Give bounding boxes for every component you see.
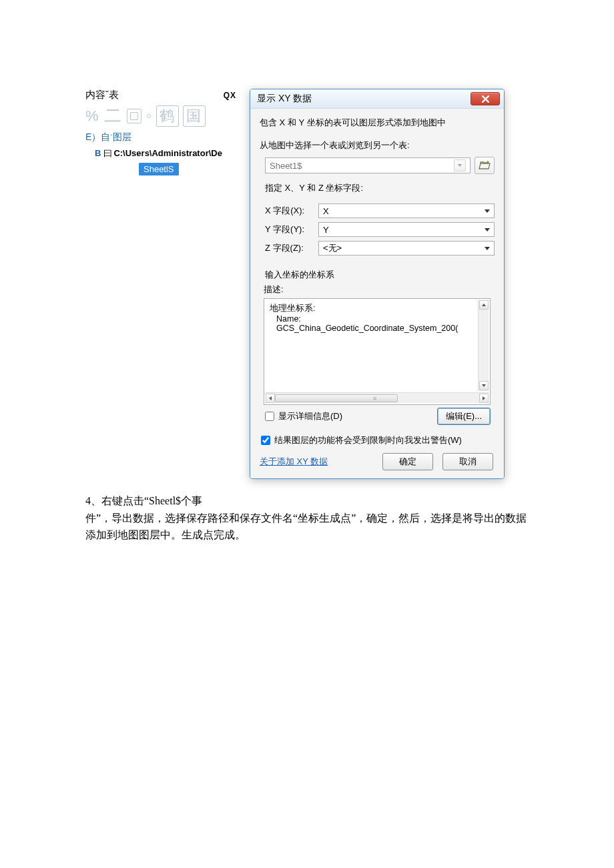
z-field-select[interactable]: <无> bbox=[318, 241, 495, 256]
chevron-down-icon bbox=[454, 159, 466, 171]
scroll-left-icon[interactable] bbox=[266, 394, 275, 403]
square-icon bbox=[127, 109, 141, 123]
dialog-titlebar[interactable]: 显示 XY 数据 bbox=[250, 89, 504, 109]
edit-button[interactable]: 编辑(E)... bbox=[437, 408, 491, 425]
horizontal-scrollbar[interactable]: ≡ bbox=[266, 392, 489, 403]
browse-button[interactable] bbox=[475, 157, 495, 174]
chevron-down-icon bbox=[485, 247, 490, 250]
z-field-label: Z 字段(Z): bbox=[265, 242, 306, 254]
about-xy-link[interactable]: 关于添加 XY 数据 bbox=[260, 456, 328, 468]
toolbar-deco: % 二 鹤 国 bbox=[85, 104, 238, 129]
show-detail-checkbox[interactable] bbox=[265, 412, 274, 421]
table-combo-value: Sheet1$ bbox=[270, 161, 302, 171]
toc-panel: 内容ˇ表 QX % 二 鹤 国 E）自ˇ图层 B曰C:\Users\Admini… bbox=[85, 89, 238, 175]
dialog-title: 显示 XY 数据 bbox=[257, 93, 312, 105]
deco-text: 鹤 bbox=[156, 105, 179, 127]
x-field-select[interactable]: X bbox=[318, 203, 495, 218]
close-icon bbox=[482, 95, 489, 103]
layers-root[interactable]: E）自ˇ图层 bbox=[85, 129, 238, 145]
cancel-button[interactable]: 取消 bbox=[442, 453, 493, 470]
warn-checkbox[interactable] bbox=[261, 436, 270, 445]
sheet-item-selected[interactable]: SheetlS bbox=[139, 163, 179, 175]
scroll-right-icon[interactable] bbox=[479, 394, 489, 403]
data-source-path[interactable]: B曰C:\Users\Administrator\De bbox=[85, 145, 238, 161]
grip-icon: ≡ bbox=[373, 395, 377, 402]
show-detail-label: 显示详细信息(D) bbox=[278, 410, 342, 422]
deco-text: 国 bbox=[183, 105, 206, 127]
deco-text: 二 bbox=[104, 104, 123, 127]
pick-table-label: 从地图中选择一个表或浏览到另一个表: bbox=[260, 138, 495, 157]
description-label: 描述: bbox=[260, 284, 495, 298]
crs-group-label: 输入坐标的坐标系 bbox=[260, 261, 495, 284]
y-field-label: Y 字段(Y): bbox=[265, 224, 306, 236]
display-xy-data-dialog: 显示 XY 数据 包含 X 和 Y 坐标的表可以图层形式添加到地图中 从地图中选… bbox=[250, 89, 505, 479]
crs-line: Name: GCS_China_Geodetic_Coordinate_Syst… bbox=[270, 314, 485, 333]
percent-icon: % bbox=[85, 107, 100, 125]
instruction-text: 4、右键点击“Sheetl$个事 件”，导出数据，选择保存路径和保存文件名“坐标… bbox=[85, 479, 529, 544]
circle-icon bbox=[147, 114, 151, 118]
y-field-select[interactable]: Y bbox=[318, 222, 495, 237]
toc-qx: QX bbox=[224, 91, 236, 100]
toc-title: 内容ˇ表 bbox=[85, 89, 119, 101]
close-button[interactable] bbox=[471, 92, 500, 105]
fields-label: 指定 X、Y 和 Z 坐标字段: bbox=[260, 181, 495, 199]
crs-description-box[interactable]: 地理坐标系: Name: GCS_China_Geodetic_Coordina… bbox=[264, 298, 491, 405]
ok-button[interactable]: 确定 bbox=[382, 453, 433, 470]
scroll-down-icon[interactable] bbox=[479, 381, 489, 390]
scroll-track[interactable]: ≡ bbox=[275, 394, 479, 403]
vertical-scrollbar[interactable] bbox=[478, 300, 489, 391]
crs-line: 地理坐标系: bbox=[270, 303, 485, 314]
dialog-intro: 包含 X 和 Y 坐标的表可以图层形式添加到地图中 bbox=[260, 115, 495, 138]
open-folder-icon bbox=[479, 161, 491, 170]
x-field-label: X 字段(X): bbox=[265, 205, 306, 217]
folder-icon: 曰 bbox=[103, 148, 111, 158]
scroll-up-icon[interactable] bbox=[479, 300, 489, 310]
chevron-down-icon bbox=[485, 209, 490, 213]
chevron-down-icon bbox=[485, 228, 490, 232]
table-combo[interactable]: Sheet1$ bbox=[265, 157, 471, 173]
scroll-thumb[interactable] bbox=[275, 394, 398, 402]
warn-label: 结果图层的功能将会受到限制时向我发出警告(W) bbox=[274, 434, 462, 446]
